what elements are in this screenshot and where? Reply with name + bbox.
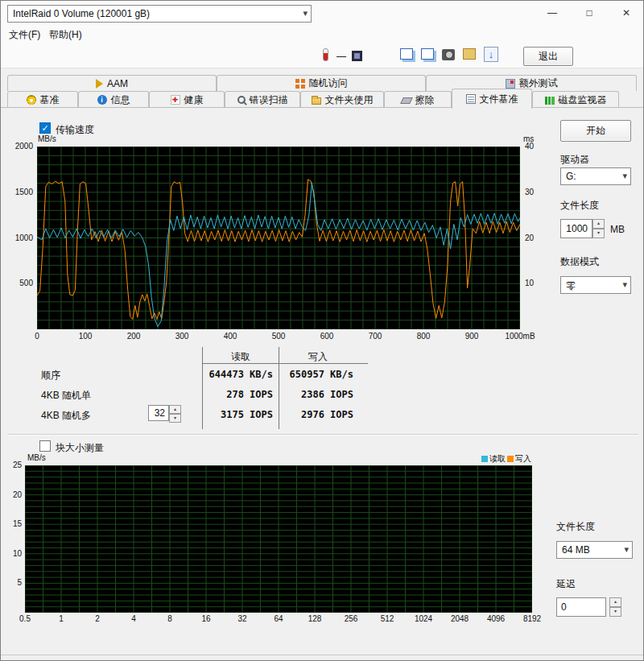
tab-disk-monitor-label: 磁盘监视器 [559, 93, 607, 107]
info-icon [97, 95, 107, 105]
tab-error-scan[interactable]: 错误扫描 [225, 91, 300, 108]
tab-random-access-label: 随机访问 [309, 76, 348, 90]
tab-info[interactable]: 信息 [78, 91, 149, 108]
exit-button[interactable]: 退出 [523, 47, 573, 66]
tab-health-label: 健康 [184, 93, 204, 107]
drive-selector-value: IntelRaid 0 Volume (120001 gB) [13, 8, 150, 19]
maximize-button[interactable]: □ [571, 1, 608, 25]
tab-file-benchmark-label: 文件基准 [480, 93, 518, 106]
copy-image-icon[interactable] [421, 48, 434, 60]
thermometer-icon [323, 48, 328, 61]
file-benchmark-icon [466, 94, 476, 104]
menu-file[interactable]: 文件(F) [4, 27, 45, 43]
copy-text-icon[interactable] [400, 48, 413, 60]
download-icon[interactable]: ↓ [484, 47, 498, 62]
magnifier-icon [237, 96, 246, 104]
tab-content-frame [1, 107, 644, 655]
tab-erase[interactable]: 擦除 [384, 91, 452, 108]
menu-help[interactable]: 帮助(H) [44, 27, 87, 43]
tab-health[interactable]: 健康 [149, 91, 225, 108]
benchmark-icon [27, 95, 36, 105]
health-icon [171, 95, 180, 105]
extra-tests-icon [506, 79, 515, 89]
chevron-down-icon: ▾ [303, 8, 308, 19]
random-access-icon [295, 79, 299, 83]
camera-icon[interactable] [442, 49, 455, 60]
save-results-icon[interactable] [463, 48, 476, 60]
close-button[interactable]: ✕ [608, 1, 644, 25]
tab-disk-monitor[interactable]: 磁盘监视器 [532, 91, 619, 108]
app-window: HD Tune Pro 5.75 - 硬盘/SSD 实用程序 — □ ✕ 文件(… [0, 0, 644, 661]
minimize-button[interactable]: — [534, 1, 571, 25]
tab-error-scan-label: 错误扫描 [250, 93, 288, 107]
temperature-value: — [336, 51, 346, 62]
bar-chart-icon [545, 97, 555, 105]
speaker-icon [96, 79, 103, 89]
tab-file-benchmark[interactable]: 文件基准 [452, 89, 532, 109]
eraser-icon [400, 97, 413, 104]
tab-erase-label: 擦除 [415, 93, 435, 107]
folder-icon [312, 97, 321, 105]
tab-folder-usage[interactable]: 文件夹使用 [300, 91, 384, 108]
menubar: 文件(F) 帮助(H) [1, 25, 643, 43]
sensor-icon[interactable] [352, 51, 362, 61]
tab-info-label: 信息 [111, 93, 130, 107]
tab-benchmark-label: 基准 [40, 93, 60, 107]
tab-aam-label: AAM [107, 78, 128, 89]
tab-folder-usage-label: 文件夹使用 [325, 93, 374, 107]
tab-random-access[interactable]: 随机访问 [217, 75, 426, 91]
drive-selector[interactable]: IntelRaid 0 Volume (120001 gB) ▾ [7, 5, 312, 23]
tab-benchmark[interactable]: 基准 [7, 91, 78, 108]
tab-aam[interactable]: AAM [7, 75, 217, 91]
